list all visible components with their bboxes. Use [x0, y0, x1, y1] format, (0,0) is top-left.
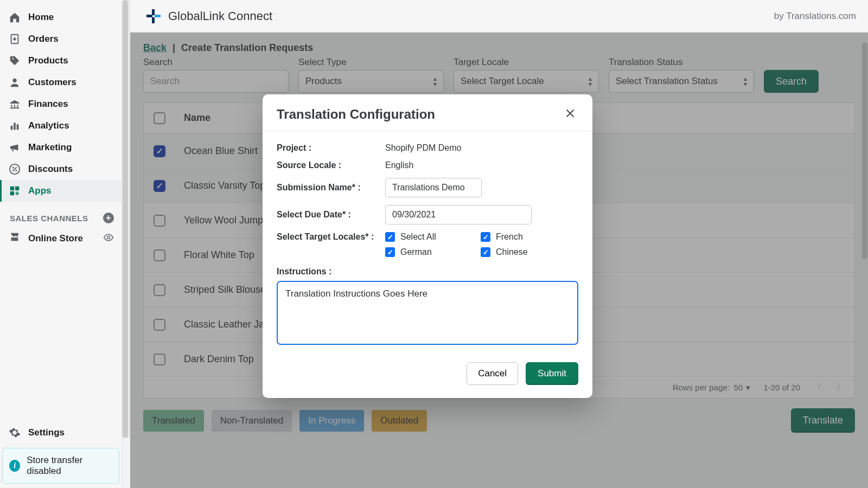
- nav-finances[interactable]: Finances: [0, 93, 122, 115]
- nav-label: Online Store: [28, 233, 83, 244]
- checkbox-checked-icon: [481, 232, 490, 242]
- translation-config-modal: Translation Configuration Project : Shop…: [263, 94, 592, 398]
- locale-name: German: [400, 247, 432, 257]
- source-locale-label: Source Locale :: [277, 160, 385, 170]
- byline: by Translations.com: [774, 11, 856, 22]
- nav-label: Finances: [28, 99, 68, 110]
- locale-chinese[interactable]: Chinese: [481, 247, 573, 257]
- locale-select-all[interactable]: Select All: [385, 232, 477, 242]
- svg-rect-10: [10, 191, 14, 195]
- megaphone-icon: [9, 142, 21, 153]
- nav-products[interactable]: Products: [0, 50, 122, 72]
- brand: GlobalLink Connect: [146, 9, 272, 23]
- svg-rect-2: [11, 126, 13, 130]
- locale-name: Select All: [400, 232, 436, 242]
- bars-icon: [9, 120, 21, 132]
- section-label: SALES CHANNELS: [10, 214, 88, 223]
- instructions-label: Instructions :: [277, 267, 578, 277]
- add-channel-icon[interactable]: +: [103, 213, 114, 223]
- svg-rect-3: [14, 123, 16, 130]
- nav-label: Discounts: [28, 164, 73, 175]
- due-date-input[interactable]: [385, 205, 532, 224]
- nav-online-store[interactable]: Online Store: [0, 227, 122, 250]
- svg-rect-9: [15, 187, 19, 190]
- tag-icon: [9, 55, 21, 67]
- eye-icon[interactable]: [103, 232, 114, 245]
- svg-point-11: [107, 236, 110, 239]
- nav-label: Settings: [28, 427, 65, 438]
- svg-point-7: [15, 170, 17, 171]
- modal-title: Translation Configuration: [277, 107, 435, 122]
- nav-home[interactable]: Home: [0, 7, 122, 28]
- nav-label: Home: [28, 12, 54, 23]
- home-icon: [9, 11, 21, 23]
- store-icon: [9, 231, 21, 246]
- nav-orders[interactable]: Orders: [0, 28, 122, 50]
- nav-marketing[interactable]: Marketing: [0, 137, 122, 158]
- nav-apps[interactable]: Apps: [0, 180, 122, 202]
- nav-label: Customers: [28, 77, 76, 88]
- store-transfer-banner[interactable]: i Store transfer disabled: [2, 448, 119, 484]
- project-value: Shopify PDM Demo: [385, 143, 578, 153]
- info-icon: i: [9, 460, 20, 472]
- nav-label: Marketing: [28, 142, 72, 153]
- project-label: Project :: [277, 143, 385, 153]
- notice-text: Store transfer disabled: [27, 455, 112, 477]
- app-header: GlobalLink Connect by Translations.com: [130, 0, 868, 33]
- locale-name: Chinese: [496, 247, 528, 257]
- locale-french[interactable]: French: [481, 232, 573, 242]
- nav-label: Products: [28, 55, 68, 66]
- globallink-logo-icon: [146, 9, 161, 23]
- close-icon[interactable]: [562, 105, 578, 123]
- orders-icon: [9, 33, 21, 45]
- nav-label: Analytics: [28, 120, 69, 131]
- locale-name: French: [496, 232, 523, 242]
- submission-name-label: Submission Name* :: [277, 183, 385, 192]
- user-icon: [9, 76, 21, 88]
- svg-rect-8: [10, 187, 14, 190]
- apps-icon: [9, 185, 21, 197]
- nav-label: Apps: [28, 185, 52, 196]
- bank-icon: [9, 98, 21, 110]
- checkbox-checked-icon: [385, 232, 395, 242]
- cancel-button[interactable]: Cancel: [467, 362, 518, 385]
- submission-name-input[interactable]: [385, 178, 482, 197]
- checkbox-checked-icon: [481, 247, 490, 257]
- instructions-input[interactable]: [277, 281, 578, 345]
- nav-discounts[interactable]: Discounts: [0, 158, 122, 180]
- nav-settings[interactable]: Settings: [0, 422, 122, 444]
- gear-icon: [9, 427, 21, 439]
- checkbox-checked-icon: [385, 247, 395, 257]
- svg-point-1: [12, 79, 16, 82]
- target-locales-label: Select Target Locales* :: [277, 232, 385, 257]
- svg-rect-4: [17, 124, 19, 130]
- sales-channels-header: SALES CHANNELS +: [0, 202, 122, 227]
- due-date-label: Select Due Date* :: [277, 210, 385, 220]
- percent-icon: [9, 163, 21, 175]
- source-locale-value: English: [385, 160, 578, 170]
- nav-label: Orders: [28, 34, 59, 44]
- locale-german[interactable]: German: [385, 247, 477, 257]
- submit-button[interactable]: Submit: [526, 362, 578, 385]
- svg-point-6: [12, 167, 14, 169]
- sidebar: Home Orders Products Customers Finances: [0, 0, 122, 488]
- scrollbar-thumb[interactable]: [123, 0, 128, 438]
- sidebar-scrollbar[interactable]: [122, 0, 130, 438]
- nav-analytics[interactable]: Analytics: [0, 115, 122, 137]
- nav-customers[interactable]: Customers: [0, 72, 122, 93]
- app-name: GlobalLink Connect: [168, 9, 272, 23]
- nav-list: Home Orders Products Customers Finances: [0, 7, 122, 202]
